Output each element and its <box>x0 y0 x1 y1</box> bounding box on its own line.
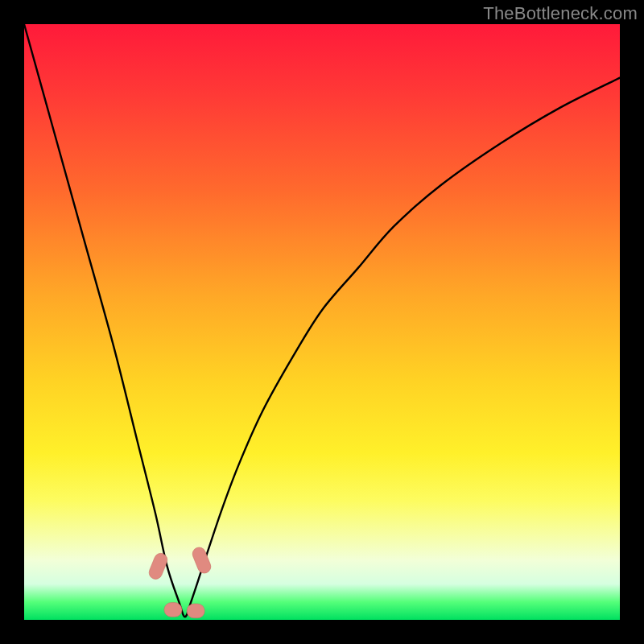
outer-frame: TheBottleneck.com <box>0 0 644 644</box>
curve-marker <box>164 603 182 617</box>
curve-marker <box>191 546 213 576</box>
curve-svg <box>24 24 620 620</box>
curve-marker <box>187 604 204 618</box>
markers-group <box>147 546 213 618</box>
plot-area <box>24 24 620 620</box>
curve-marker <box>147 551 170 581</box>
watermark-text: TheBottleneck.com <box>483 3 638 24</box>
bottleneck-curve <box>24 24 620 617</box>
